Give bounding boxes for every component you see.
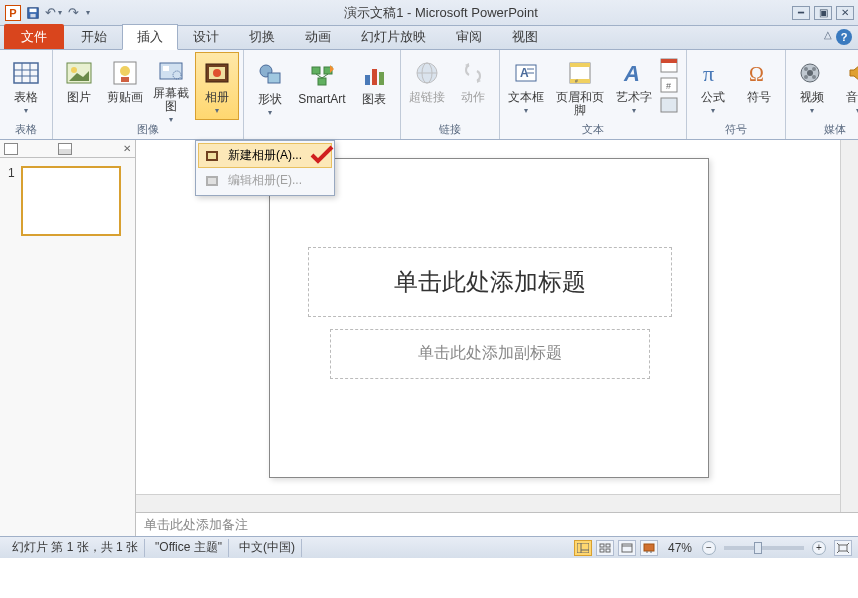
view-reading-button[interactable] xyxy=(618,540,636,556)
thumb-close-icon[interactable]: ✕ xyxy=(123,143,131,154)
svg-rect-55 xyxy=(208,178,216,184)
video-button[interactable]: 视频 ▾ xyxy=(790,52,834,120)
video-icon xyxy=(796,57,828,89)
zoom-in-button[interactable]: + xyxy=(812,541,826,555)
smartart-icon xyxy=(306,59,338,91)
table-icon xyxy=(10,57,42,89)
main-area: ✕ 1 单击此处添加标题 单击此处添加副标题 单击此处添加备注 xyxy=(0,140,858,536)
slide[interactable]: 单击此处添加标题 单击此处添加副标题 xyxy=(269,158,709,478)
tab-review[interactable]: 审阅 xyxy=(441,24,497,49)
tab-slideshow[interactable]: 幻灯片放映 xyxy=(346,24,441,49)
window-buttons: ━ ▣ ✕ xyxy=(792,6,854,20)
svg-rect-62 xyxy=(606,549,610,552)
zoom-slider[interactable] xyxy=(724,546,804,550)
ribbon-minimize-icon[interactable]: △ xyxy=(824,29,832,45)
slidenumber-button[interactable]: # xyxy=(660,77,680,95)
svg-rect-3 xyxy=(14,63,38,83)
group-label-images: 图像 xyxy=(57,120,239,139)
tab-file[interactable]: 文件 xyxy=(4,24,64,49)
status-theme[interactable]: "Office 主题" xyxy=(149,539,229,557)
help-icon[interactable]: ? xyxy=(836,29,852,45)
symbol-icon: Ω xyxy=(743,57,775,89)
thumbnail-1[interactable]: 1 xyxy=(8,166,127,236)
tab-animations[interactable]: 动画 xyxy=(290,24,346,49)
tab-home[interactable]: 开始 xyxy=(66,24,122,49)
editalbum-item: 编辑相册(E)... xyxy=(198,168,332,193)
object-button[interactable] xyxy=(660,97,680,115)
album-button[interactable]: 相册 ▾ xyxy=(195,52,239,120)
slides-tab-icon[interactable] xyxy=(4,143,18,155)
screenshot-button[interactable]: 屏幕截图 ▾ xyxy=(149,52,193,120)
svg-text:Ω: Ω xyxy=(749,63,764,85)
svg-point-9 xyxy=(71,67,77,73)
newalbum-icon xyxy=(204,148,220,164)
group-label-links: 链接 xyxy=(405,120,495,139)
title-placeholder[interactable]: 单击此处添加标题 xyxy=(308,247,672,317)
svg-point-51 xyxy=(812,75,816,79)
svg-point-48 xyxy=(804,67,808,71)
album-icon xyxy=(201,57,233,89)
subtitle-placeholder[interactable]: 单击此处添加副标题 xyxy=(330,329,650,379)
status-lang[interactable]: 中文(中国) xyxy=(233,539,302,557)
status-slideinfo[interactable]: 幻灯片 第 1 张，共 1 张 xyxy=(6,539,145,557)
group-illustrations: 形状 ▾ SmartArt 图表 xyxy=(244,50,401,139)
group-media: 视频 ▾ 音频 ▾ 媒体 xyxy=(786,50,858,139)
undo-icon[interactable]: ↶▾ xyxy=(44,4,62,22)
tab-design[interactable]: 设计 xyxy=(178,24,234,49)
save-icon[interactable] xyxy=(24,4,42,22)
maximize-button[interactable]: ▣ xyxy=(814,6,832,20)
redo-icon[interactable]: ↷ xyxy=(64,4,82,22)
symbol-button[interactable]: Ω 符号 xyxy=(737,52,781,120)
group-symbols: π 公式 ▾ Ω 符号 符号 xyxy=(687,50,786,139)
outline-tab-icon[interactable] xyxy=(58,143,72,155)
textbox-button[interactable]: A 文本框 ▾ xyxy=(504,52,548,120)
table-button[interactable]: 表格 ▾ xyxy=(4,52,48,120)
group-tables: 表格 ▾ 表格 xyxy=(0,50,53,139)
svg-rect-25 xyxy=(372,69,377,85)
chart-button[interactable]: 图表 xyxy=(352,54,396,122)
tab-insert[interactable]: 插入 xyxy=(122,24,178,50)
svg-rect-68 xyxy=(839,545,847,551)
status-zoom[interactable]: 47% xyxy=(668,541,692,555)
svg-text:A: A xyxy=(623,61,640,86)
audio-icon xyxy=(842,57,858,89)
minimize-button[interactable]: ━ xyxy=(792,6,810,20)
chart-icon xyxy=(358,59,390,91)
hyperlink-icon xyxy=(411,57,443,89)
svg-text:#: # xyxy=(575,78,578,84)
equation-button[interactable]: π 公式 ▾ xyxy=(691,52,735,120)
view-normal-button[interactable] xyxy=(574,540,592,556)
equation-icon: π xyxy=(697,57,729,89)
date-button[interactable] xyxy=(660,57,680,75)
tab-transitions[interactable]: 切换 xyxy=(234,24,290,49)
window-title: 演示文稿1 - Microsoft PowerPoint xyxy=(90,4,792,22)
close-button[interactable]: ✕ xyxy=(836,6,854,20)
audio-button[interactable]: 音频 ▾ xyxy=(836,52,858,120)
svg-point-49 xyxy=(812,67,816,71)
headerfooter-button[interactable]: # 页眉和页脚 xyxy=(550,52,610,120)
smartart-button[interactable]: SmartArt xyxy=(294,54,350,122)
status-bar: 幻灯片 第 1 张，共 1 张 "Office 主题" 中文(中国) 47% −… xyxy=(0,536,858,558)
zoom-out-button[interactable]: − xyxy=(702,541,716,555)
headerfooter-icon: # xyxy=(564,57,596,89)
picture-button[interactable]: 图片 xyxy=(57,52,101,120)
thumbnail-panel: ✕ 1 xyxy=(0,140,136,536)
svg-rect-63 xyxy=(622,544,632,552)
fit-window-button[interactable] xyxy=(834,540,852,556)
svg-rect-12 xyxy=(121,77,129,82)
group-links: 超链接 动作 链接 xyxy=(401,50,500,139)
thumbnail-slide xyxy=(21,166,121,236)
svg-rect-43 xyxy=(661,98,677,112)
tab-view[interactable]: 视图 xyxy=(497,24,553,49)
svg-rect-20 xyxy=(268,73,280,83)
shapes-button[interactable]: 形状 ▾ xyxy=(248,54,292,122)
app-icon[interactable]: P xyxy=(4,4,22,22)
thumb-tabs: ✕ xyxy=(0,140,135,158)
view-slideshow-button[interactable] xyxy=(640,540,658,556)
view-sorter-button[interactable] xyxy=(596,540,614,556)
clipart-button[interactable]: 剪贴画 xyxy=(103,52,147,120)
textbox-icon: A xyxy=(510,57,542,89)
wordart-button[interactable]: A 艺术字 ▾ xyxy=(612,52,656,120)
notes-pane[interactable]: 单击此处添加备注 xyxy=(136,512,858,536)
svg-point-11 xyxy=(120,66,130,76)
